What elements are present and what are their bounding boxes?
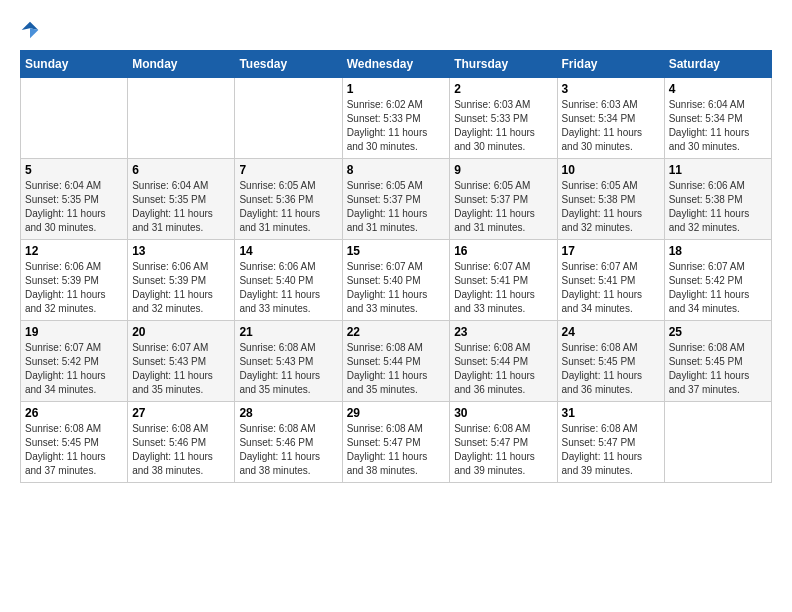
- weekday-header-monday: Monday: [128, 51, 235, 78]
- calendar-cell: 26Sunrise: 6:08 AM Sunset: 5:45 PM Dayli…: [21, 402, 128, 483]
- calendar-cell: 10Sunrise: 6:05 AM Sunset: 5:38 PM Dayli…: [557, 159, 664, 240]
- day-number: 14: [239, 244, 337, 258]
- day-info: Sunrise: 6:08 AM Sunset: 5:43 PM Dayligh…: [239, 341, 337, 397]
- day-number: 2: [454, 82, 552, 96]
- day-info: Sunrise: 6:08 AM Sunset: 5:44 PM Dayligh…: [347, 341, 446, 397]
- weekday-header-wednesday: Wednesday: [342, 51, 450, 78]
- day-number: 31: [562, 406, 660, 420]
- day-number: 22: [347, 325, 446, 339]
- calendar-cell: 15Sunrise: 6:07 AM Sunset: 5:40 PM Dayli…: [342, 240, 450, 321]
- day-number: 6: [132, 163, 230, 177]
- page-header: [20, 20, 772, 40]
- calendar-cell: 4Sunrise: 6:04 AM Sunset: 5:34 PM Daylig…: [664, 78, 771, 159]
- day-info: Sunrise: 6:08 AM Sunset: 5:45 PM Dayligh…: [669, 341, 767, 397]
- day-info: Sunrise: 6:04 AM Sunset: 5:35 PM Dayligh…: [25, 179, 123, 235]
- calendar-cell: 21Sunrise: 6:08 AM Sunset: 5:43 PM Dayli…: [235, 321, 342, 402]
- day-number: 9: [454, 163, 552, 177]
- calendar-cell: 3Sunrise: 6:03 AM Sunset: 5:34 PM Daylig…: [557, 78, 664, 159]
- day-info: Sunrise: 6:08 AM Sunset: 5:47 PM Dayligh…: [347, 422, 446, 478]
- day-info: Sunrise: 6:07 AM Sunset: 5:42 PM Dayligh…: [669, 260, 767, 316]
- day-number: 15: [347, 244, 446, 258]
- calendar-week-row: 19Sunrise: 6:07 AM Sunset: 5:42 PM Dayli…: [21, 321, 772, 402]
- day-info: Sunrise: 6:07 AM Sunset: 5:40 PM Dayligh…: [347, 260, 446, 316]
- day-number: 17: [562, 244, 660, 258]
- calendar-cell: 1Sunrise: 6:02 AM Sunset: 5:33 PM Daylig…: [342, 78, 450, 159]
- calendar-cell: 29Sunrise: 6:08 AM Sunset: 5:47 PM Dayli…: [342, 402, 450, 483]
- calendar-cell: 20Sunrise: 6:07 AM Sunset: 5:43 PM Dayli…: [128, 321, 235, 402]
- weekday-header-tuesday: Tuesday: [235, 51, 342, 78]
- day-info: Sunrise: 6:06 AM Sunset: 5:40 PM Dayligh…: [239, 260, 337, 316]
- calendar-cell: 25Sunrise: 6:08 AM Sunset: 5:45 PM Dayli…: [664, 321, 771, 402]
- day-number: 23: [454, 325, 552, 339]
- day-info: Sunrise: 6:08 AM Sunset: 5:46 PM Dayligh…: [239, 422, 337, 478]
- calendar-week-row: 12Sunrise: 6:06 AM Sunset: 5:39 PM Dayli…: [21, 240, 772, 321]
- calendar-cell: 5Sunrise: 6:04 AM Sunset: 5:35 PM Daylig…: [21, 159, 128, 240]
- day-number: 19: [25, 325, 123, 339]
- calendar-cell: 30Sunrise: 6:08 AM Sunset: 5:47 PM Dayli…: [450, 402, 557, 483]
- calendar-week-row: 5Sunrise: 6:04 AM Sunset: 5:35 PM Daylig…: [21, 159, 772, 240]
- calendar-cell: 23Sunrise: 6:08 AM Sunset: 5:44 PM Dayli…: [450, 321, 557, 402]
- day-info: Sunrise: 6:06 AM Sunset: 5:39 PM Dayligh…: [132, 260, 230, 316]
- day-info: Sunrise: 6:08 AM Sunset: 5:47 PM Dayligh…: [562, 422, 660, 478]
- day-number: 24: [562, 325, 660, 339]
- day-number: 5: [25, 163, 123, 177]
- calendar-cell: 14Sunrise: 6:06 AM Sunset: 5:40 PM Dayli…: [235, 240, 342, 321]
- weekday-header-friday: Friday: [557, 51, 664, 78]
- calendar-cell: 22Sunrise: 6:08 AM Sunset: 5:44 PM Dayli…: [342, 321, 450, 402]
- calendar-cell: 18Sunrise: 6:07 AM Sunset: 5:42 PM Dayli…: [664, 240, 771, 321]
- day-info: Sunrise: 6:07 AM Sunset: 5:43 PM Dayligh…: [132, 341, 230, 397]
- day-number: 25: [669, 325, 767, 339]
- day-info: Sunrise: 6:03 AM Sunset: 5:33 PM Dayligh…: [454, 98, 552, 154]
- day-number: 30: [454, 406, 552, 420]
- calendar-cell: 24Sunrise: 6:08 AM Sunset: 5:45 PM Dayli…: [557, 321, 664, 402]
- calendar-cell: 2Sunrise: 6:03 AM Sunset: 5:33 PM Daylig…: [450, 78, 557, 159]
- day-info: Sunrise: 6:07 AM Sunset: 5:41 PM Dayligh…: [562, 260, 660, 316]
- day-number: 27: [132, 406, 230, 420]
- calendar-table: SundayMondayTuesdayWednesdayThursdayFrid…: [20, 50, 772, 483]
- calendar-cell: 8Sunrise: 6:05 AM Sunset: 5:37 PM Daylig…: [342, 159, 450, 240]
- calendar-cell: 12Sunrise: 6:06 AM Sunset: 5:39 PM Dayli…: [21, 240, 128, 321]
- day-info: Sunrise: 6:06 AM Sunset: 5:39 PM Dayligh…: [25, 260, 123, 316]
- day-number: 29: [347, 406, 446, 420]
- day-number: 8: [347, 163, 446, 177]
- day-number: 26: [25, 406, 123, 420]
- day-info: Sunrise: 6:04 AM Sunset: 5:35 PM Dayligh…: [132, 179, 230, 235]
- svg-marker-1: [30, 28, 38, 38]
- calendar-cell: 27Sunrise: 6:08 AM Sunset: 5:46 PM Dayli…: [128, 402, 235, 483]
- calendar-cell: 11Sunrise: 6:06 AM Sunset: 5:38 PM Dayli…: [664, 159, 771, 240]
- weekday-header-saturday: Saturday: [664, 51, 771, 78]
- weekday-header-thursday: Thursday: [450, 51, 557, 78]
- calendar-week-row: 26Sunrise: 6:08 AM Sunset: 5:45 PM Dayli…: [21, 402, 772, 483]
- day-number: 12: [25, 244, 123, 258]
- day-info: Sunrise: 6:05 AM Sunset: 5:38 PM Dayligh…: [562, 179, 660, 235]
- day-number: 3: [562, 82, 660, 96]
- day-info: Sunrise: 6:08 AM Sunset: 5:47 PM Dayligh…: [454, 422, 552, 478]
- calendar-cell: 19Sunrise: 6:07 AM Sunset: 5:42 PM Dayli…: [21, 321, 128, 402]
- page-wrapper: SundayMondayTuesdayWednesdayThursdayFrid…: [20, 20, 772, 483]
- day-number: 20: [132, 325, 230, 339]
- day-info: Sunrise: 6:08 AM Sunset: 5:46 PM Dayligh…: [132, 422, 230, 478]
- calendar-cell: 6Sunrise: 6:04 AM Sunset: 5:35 PM Daylig…: [128, 159, 235, 240]
- calendar-cell: 17Sunrise: 6:07 AM Sunset: 5:41 PM Dayli…: [557, 240, 664, 321]
- day-number: 13: [132, 244, 230, 258]
- calendar-cell: 9Sunrise: 6:05 AM Sunset: 5:37 PM Daylig…: [450, 159, 557, 240]
- day-number: 21: [239, 325, 337, 339]
- day-number: 1: [347, 82, 446, 96]
- day-number: 28: [239, 406, 337, 420]
- day-info: Sunrise: 6:05 AM Sunset: 5:36 PM Dayligh…: [239, 179, 337, 235]
- day-number: 10: [562, 163, 660, 177]
- calendar-cell: [235, 78, 342, 159]
- day-number: 7: [239, 163, 337, 177]
- day-info: Sunrise: 6:08 AM Sunset: 5:45 PM Dayligh…: [25, 422, 123, 478]
- logo: [20, 20, 44, 40]
- day-info: Sunrise: 6:05 AM Sunset: 5:37 PM Dayligh…: [347, 179, 446, 235]
- calendar-cell: 13Sunrise: 6:06 AM Sunset: 5:39 PM Dayli…: [128, 240, 235, 321]
- logo-icon: [20, 20, 40, 40]
- day-info: Sunrise: 6:07 AM Sunset: 5:42 PM Dayligh…: [25, 341, 123, 397]
- day-info: Sunrise: 6:08 AM Sunset: 5:45 PM Dayligh…: [562, 341, 660, 397]
- day-number: 18: [669, 244, 767, 258]
- day-info: Sunrise: 6:04 AM Sunset: 5:34 PM Dayligh…: [669, 98, 767, 154]
- day-info: Sunrise: 6:03 AM Sunset: 5:34 PM Dayligh…: [562, 98, 660, 154]
- day-info: Sunrise: 6:06 AM Sunset: 5:38 PM Dayligh…: [669, 179, 767, 235]
- day-info: Sunrise: 6:02 AM Sunset: 5:33 PM Dayligh…: [347, 98, 446, 154]
